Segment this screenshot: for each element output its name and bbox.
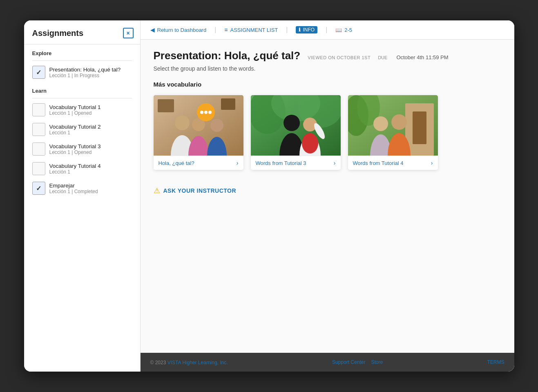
main-content: ◀ Return to Dashboard | ≡ ASSIGNMENT LIS… [141, 20, 514, 372]
footer-store-link[interactable]: Store [371, 359, 383, 365]
sidebar-header: Assignments × [24, 28, 140, 45]
svg-point-9 [200, 111, 203, 114]
nav-separator-3: | [326, 26, 327, 33]
close-button[interactable]: × [123, 28, 134, 38]
item-text-vt1: Vocabulary Tutorial 1 Lección 1 | Opened [49, 104, 134, 116]
item-text-presentation: Presentation: Hola, ¿qué tal? Lección 1 … [49, 67, 134, 78]
card-label-tutorial3: Words from Tutorial 3 [256, 160, 306, 166]
card-label-hola: Hola, ¿qué tal? [158, 160, 194, 166]
svg-point-19 [284, 115, 300, 131]
info-link[interactable]: ℹ INFO [296, 26, 317, 33]
card-label-row-tutorial3: Words from Tutorial 3 › [251, 156, 341, 170]
svg-rect-26 [413, 111, 426, 144]
sidebar-item-emparejar[interactable]: ✓ Emparejar Lección 1 | Completed [24, 178, 140, 198]
card-image-hola [154, 95, 243, 156]
vocab-section-label: Más vocabulario [154, 81, 501, 88]
footer-links: Support Center Store [332, 359, 383, 365]
ask-instructor-label: ASK YOUR INSTRUCTOR [163, 187, 237, 194]
footer-brand-link[interactable]: VISTA Higher Learning, Inc. [167, 360, 228, 365]
page-title-row: Presentation: Hola, ¿qué tal? VIEWED ON … [154, 49, 501, 62]
checkmark-icon: ✓ [36, 69, 41, 76]
item-sub-vt3: Lección 1 | Opened [49, 149, 134, 155]
info-badge: ℹ INFO [296, 26, 317, 33]
svg-point-11 [208, 111, 212, 114]
vocab-card-tutorial4[interactable]: Words from Tutorial 4 › [348, 95, 438, 170]
explore-divider [32, 60, 132, 61]
footer-terms[interactable]: TERMS [487, 359, 505, 365]
checkmark-icon-emparejar: ✓ [36, 185, 41, 192]
card-chevron-tutorial4: › [431, 160, 433, 166]
item-checkbox-vt4 [32, 162, 45, 175]
item-text-emparejar: Emparejar Lección 1 | Completed [49, 183, 134, 194]
item-sub-emparejar: Lección 1 | Completed [49, 189, 134, 194]
item-name-vt3: Vocabulary Tutorial 3 [49, 143, 134, 149]
item-checkbox-vt2 [32, 123, 45, 136]
card-image-svg-hola [154, 95, 243, 156]
vocab-card-hola[interactable]: Hola, ¿qué tal? › [154, 95, 243, 170]
svg-point-23 [302, 133, 318, 154]
explore-section-label: Explore [24, 45, 140, 59]
card-chevron-tutorial3: › [334, 160, 336, 166]
item-sub-vt2: Lección 1 [49, 130, 134, 136]
sidebar-title: Assignments [32, 29, 84, 38]
item-text-vt4: Vocabulary Tutorial 4 Lección 1 [49, 163, 134, 175]
footer-copyright: © 2023 VISTA Higher Learning, Inc. [150, 359, 228, 366]
card-image-tutorial4 [348, 95, 438, 156]
svg-rect-13 [221, 98, 235, 110]
card-label-row-tutorial4: Words from Tutorial 4 › [348, 156, 438, 170]
card-chevron-hola: › [237, 160, 239, 166]
info-icon: ℹ [299, 27, 301, 33]
svg-point-32 [391, 114, 407, 130]
card-label-row-hola: Hola, ¿qué tal? › [154, 156, 243, 170]
learn-section-label: Learn [24, 82, 140, 96]
page-title: Presentation: Hola, ¿qué tal? [154, 49, 301, 62]
subtitle-text: Select the group and listen to the words… [154, 65, 501, 72]
svg-point-10 [204, 111, 208, 114]
viewed-info: VIEWED ON OCTOBER 1ST [308, 55, 371, 60]
page-link[interactable]: 📖 2-5 [335, 27, 352, 33]
item-name-vt2: Vocabulary Tutorial 2 [49, 124, 134, 130]
footer: © 2023 VISTA Higher Learning, Inc. Suppo… [141, 353, 514, 372]
vocab-card-tutorial3[interactable]: Words from Tutorial 3 › [251, 95, 341, 170]
warning-icon: ⚠ [154, 186, 160, 195]
sidebar-item-vt2[interactable]: Vocabulary Tutorial 2 Lección 1 [24, 120, 140, 139]
arrow-left-icon: ◀ [150, 27, 155, 33]
item-checkbox-emparejar: ✓ [32, 182, 45, 195]
cards-row: Hola, ¿qué tal? › [154, 95, 501, 170]
item-text-vt3: Vocabulary Tutorial 3 Lección 1 | Opened [49, 143, 134, 155]
item-checkbox-vt3 [32, 143, 45, 156]
list-icon: ≡ [224, 27, 228, 33]
nav-separator-2: | [286, 26, 288, 33]
due-date: October 4th 11:59 PM [396, 54, 448, 60]
card-image-svg-tutorial4 [348, 95, 438, 156]
item-sub-presentation: Lección 1 | In Progress [49, 73, 134, 78]
item-name-presentation: Presentation: Hola, ¿qué tal? [49, 67, 134, 73]
item-checkbox-vt1 [32, 103, 45, 116]
sidebar-item-vt4[interactable]: Vocabulary Tutorial 4 Lección 1 [24, 159, 140, 178]
book-icon: 📖 [335, 27, 342, 33]
nav-separator-1: | [214, 26, 216, 33]
card-label-tutorial4: Words from Tutorial 4 [353, 160, 404, 166]
assignment-list-link[interactable]: ≡ ASSIGNMENT LIST [224, 27, 278, 33]
svg-point-30 [373, 116, 388, 131]
sidebar-item-vt1[interactable]: Vocabulary Tutorial 1 Lección 1 | Opened [24, 100, 140, 120]
footer-copy-text: © 2023 VISTA Higher Learning, Inc. [150, 360, 228, 365]
footer-support-link[interactable]: Support Center [332, 359, 365, 365]
return-to-dashboard-link[interactable]: ◀ Return to Dashboard [150, 27, 207, 33]
svg-point-3 [175, 116, 190, 130]
sidebar: Assignments × Explore ✓ Presentation: Ho… [24, 20, 141, 372]
sidebar-item-vt3[interactable]: Vocabulary Tutorial 3 Lección 1 | Opened [24, 139, 140, 159]
top-nav: ◀ Return to Dashboard | ≡ ASSIGNMENT LIS… [141, 20, 514, 40]
item-sub-vt4: Lección 1 [49, 169, 134, 175]
item-checkbox-presentation: ✓ [32, 66, 45, 79]
learn-divider [32, 98, 132, 98]
item-sub-vt1: Lección 1 | Opened [49, 110, 134, 116]
item-name-emparejar: Emparejar [49, 183, 134, 189]
due-label: DUE [378, 55, 387, 60]
content-area: Presentation: Hola, ¿qué tal? VIEWED ON … [141, 40, 514, 353]
card-image-tutorial3 [251, 95, 341, 156]
svg-rect-12 [158, 99, 174, 112]
svg-point-7 [210, 119, 223, 132]
ask-instructor[interactable]: ⚠ ASK YOUR INSTRUCTOR [154, 186, 501, 195]
sidebar-item-presentation[interactable]: ✓ Presentation: Hola, ¿qué tal? Lección … [24, 62, 140, 82]
